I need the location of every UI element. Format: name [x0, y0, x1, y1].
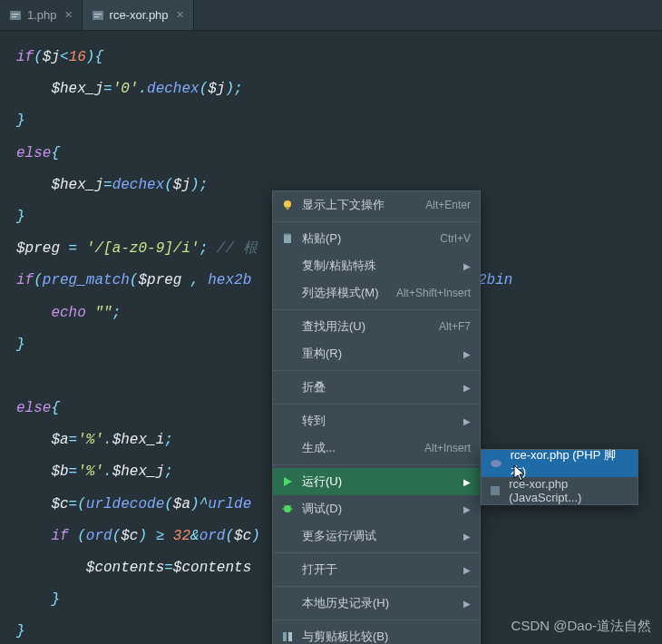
bug-icon — [280, 503, 295, 515]
menu-item[interactable]: 打开于▶ — [273, 556, 480, 583]
menu-item-label: 打开于 — [302, 561, 456, 578]
menu-item-shortcut: Alt+Insert — [424, 442, 471, 454]
menu-item-label: 本地历史记录(H) — [302, 595, 456, 611]
js-icon — [489, 484, 501, 497]
svg-rect-15 — [283, 632, 287, 641]
svg-rect-16 — [288, 632, 292, 641]
menu-item-label: 运行(U) — [302, 473, 456, 490]
menu-item-label: 粘贴(P) — [302, 230, 433, 247]
menu-item-label: 查找用法(U) — [302, 318, 432, 335]
php-file-icon — [92, 9, 104, 22]
chevron-right-icon: ▶ — [463, 416, 471, 426]
menu-item[interactable]: 折叠▶ — [273, 374, 480, 401]
menu-item-label: 转到 — [302, 413, 456, 429]
close-icon[interactable]: ✕ — [176, 9, 184, 21]
menu-item-label: 列选择模式(M) — [302, 285, 389, 301]
menu-separator — [273, 620, 480, 620]
menu-item-label: 复制/粘贴特殊 — [302, 258, 456, 274]
tab-label: 1.php — [27, 8, 57, 22]
menu-item[interactable]: 查找用法(U)Alt+F7 — [273, 313, 480, 340]
menu-item-label: 折叠 — [302, 379, 456, 395]
menu-item[interactable]: 本地历史记录(H)▶ — [273, 590, 480, 617]
menu-item[interactable]: 生成...Alt+Insert — [273, 434, 480, 462]
close-icon[interactable]: ✕ — [64, 9, 73, 21]
menu-item-shortcut: Ctrl+V — [440, 232, 471, 245]
tab-label: rce-xor.php — [110, 8, 169, 22]
diff-icon — [280, 630, 295, 643]
chevron-right-icon: ▶ — [463, 383, 471, 393]
svg-rect-3 — [92, 11, 103, 20]
svg-rect-8 — [284, 234, 291, 243]
menu-item-label: 生成... — [302, 440, 417, 456]
submenu-item-label: rce-xor.php (PHP 脚本) — [511, 447, 628, 480]
menu-item[interactable]: 重构(R)▶ — [273, 340, 480, 367]
chevron-right-icon: ▶ — [463, 261, 471, 271]
play-icon — [280, 476, 295, 487]
submenu-item[interactable]: rce-xor.php (JavaScript...) — [482, 477, 638, 504]
menu-item-label: 更多运行/调试 — [302, 528, 456, 544]
menu-item[interactable]: 与剪贴板比较(B) — [273, 623, 480, 644]
menu-item-shortcut: Alt+F7 — [439, 320, 471, 333]
chevron-right-icon: ▶ — [463, 532, 471, 542]
menu-separator — [273, 221, 480, 222]
menu-item[interactable]: 粘贴(P)Ctrl+V — [273, 225, 480, 252]
tab-1-php[interactable]: 1.php ✕ — [0, 0, 83, 30]
menu-item-label: 与剪贴板比较(B) — [302, 629, 471, 644]
svg-rect-0 — [10, 11, 21, 20]
menu-separator — [273, 370, 480, 371]
svg-rect-4 — [94, 14, 102, 15]
svg-point-6 — [284, 200, 291, 208]
context-menu: 显示上下文操作Alt+Enter粘贴(P)Ctrl+V复制/粘贴特殊▶列选择模式… — [272, 190, 481, 644]
menu-item-shortcut: Alt+Shift+Insert — [396, 287, 471, 299]
menu-item[interactable]: 调试(D)▶ — [273, 495, 480, 522]
svg-line-14 — [290, 505, 292, 507]
svg-rect-1 — [12, 14, 19, 15]
chevron-right-icon: ▶ — [463, 504, 471, 514]
tab-bar: 1.php ✕ rce-xor.php ✕ — [0, 0, 662, 31]
php-file-icon — [9, 9, 22, 22]
svg-rect-19 — [491, 486, 500, 495]
php-icon — [489, 457, 503, 470]
menu-item[interactable]: 列选择模式(M)Alt+Shift+Insert — [273, 279, 480, 307]
svg-rect-5 — [94, 16, 99, 17]
menu-separator — [273, 552, 480, 553]
menu-item[interactable]: 显示上下文操作Alt+Enter — [273, 191, 480, 219]
menu-separator — [273, 309, 480, 310]
menu-item[interactable]: 运行(U)▶ — [273, 468, 480, 495]
chevron-right-icon: ▶ — [463, 477, 471, 487]
bulb-icon — [280, 199, 295, 211]
submenu-item[interactable]: rce-xor.php (PHP 脚本) — [482, 450, 638, 477]
menu-item-label: 重构(R) — [302, 346, 456, 362]
menu-item-label: 调试(D) — [302, 501, 456, 517]
svg-rect-2 — [12, 16, 16, 17]
svg-line-13 — [284, 505, 286, 507]
menu-separator — [273, 586, 480, 587]
menu-separator — [273, 464, 480, 465]
chevron-right-icon: ▶ — [463, 349, 471, 359]
submenu-item-label: rce-xor.php (JavaScript...) — [509, 477, 628, 504]
chevron-right-icon: ▶ — [463, 565, 471, 575]
svg-rect-9 — [286, 233, 289, 235]
menu-item[interactable]: 转到▶ — [273, 407, 480, 434]
svg-point-18 — [491, 460, 501, 467]
menu-item[interactable]: 更多运行/调试▶ — [273, 522, 480, 550]
chevron-right-icon: ▶ — [463, 599, 471, 609]
menu-item-shortcut: Alt+Enter — [425, 199, 471, 211]
tab-rce-xor-php[interactable]: rce-xor.php ✕ — [83, 0, 194, 30]
menu-separator — [273, 404, 480, 405]
svg-rect-7 — [287, 207, 289, 210]
watermark: CSDN @Dao-道法自然 — [511, 618, 651, 635]
menu-item[interactable]: 复制/粘贴特殊▶ — [273, 252, 480, 279]
menu-item-label: 显示上下文操作 — [302, 197, 418, 213]
submenu-run: rce-xor.php (PHP 脚本)rce-xor.php (JavaScr… — [481, 449, 638, 505]
paste-icon — [280, 232, 295, 245]
